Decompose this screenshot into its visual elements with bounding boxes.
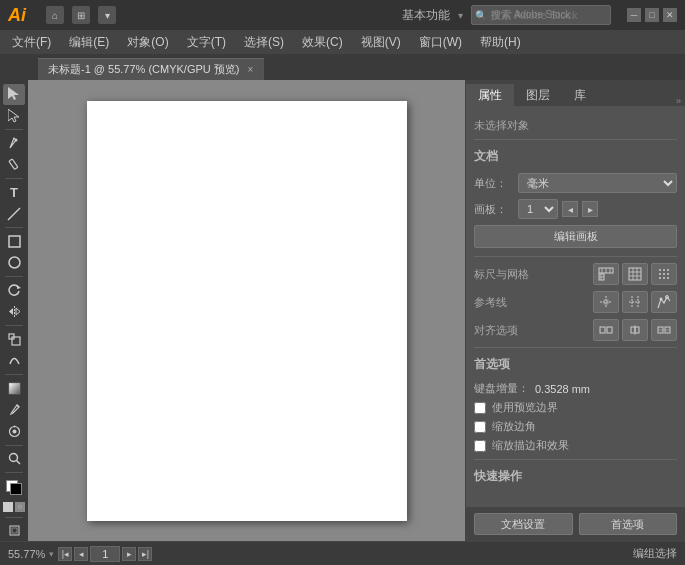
menu-edit[interactable]: 编辑(E) <box>61 32 117 53</box>
guide-btn-2[interactable] <box>622 291 648 313</box>
document-tab[interactable]: 未标题-1 @ 55.77% (CMYK/GPU 预览) × <box>38 58 264 80</box>
next-artboard-btn[interactable]: ▸ <box>582 201 598 217</box>
artboard-label: 画板： <box>474 202 514 217</box>
close-button[interactable]: ✕ <box>663 8 677 22</box>
window-buttons: ─ □ ✕ <box>627 8 677 22</box>
canvas-area[interactable] <box>28 80 465 541</box>
stroke-mode-btn[interactable]: ○ <box>15 502 25 512</box>
divider-3 <box>474 347 677 348</box>
last-page-btn[interactable]: ▸| <box>138 547 152 561</box>
menu-type[interactable]: 文字(T) <box>179 32 234 53</box>
grid-toggle-btn[interactable] <box>622 263 648 285</box>
menu-select[interactable]: 选择(S) <box>236 32 292 53</box>
type-tool[interactable]: T <box>3 182 25 203</box>
mirror-tool[interactable] <box>3 302 25 323</box>
unit-row: 单位： 毫米 像素 厘米 英寸 点 <box>474 173 677 193</box>
dropdown-icon[interactable]: ▾ <box>98 6 116 24</box>
svg-rect-21 <box>12 528 17 533</box>
panel-collapse-btn[interactable]: » <box>676 96 685 106</box>
direct-select-tool[interactable] <box>3 106 25 127</box>
search-input[interactable] <box>471 5 611 25</box>
toolbar-separator-3 <box>5 227 23 228</box>
preview-bounds-label: 使用预览边界 <box>492 400 558 415</box>
menu-help[interactable]: 帮助(H) <box>472 32 529 53</box>
next-page-btn[interactable]: ▸ <box>122 547 136 561</box>
svg-point-35 <box>663 269 665 271</box>
guide-btn-3[interactable] <box>651 291 677 313</box>
fill-mode-btn[interactable]: □ <box>3 502 13 512</box>
preferences-button[interactable]: 首选项 <box>579 513 678 535</box>
zoom-tool[interactable] <box>3 449 25 470</box>
toolbar-separator-1 <box>5 129 23 130</box>
svg-point-40 <box>659 277 661 279</box>
home-icon[interactable]: ⌂ <box>46 6 64 24</box>
toolbar-separator-4 <box>5 276 23 277</box>
toolbar-separator-7 <box>5 445 23 446</box>
toolbar-separator-8 <box>5 472 23 473</box>
prev-page-btn[interactable]: ◂ <box>74 547 88 561</box>
ruler-grid-row: 标尺与网格 <box>474 263 677 285</box>
panel-content: 未选择对象 文档 单位： 毫米 像素 厘米 英寸 点 画板： 1 <box>466 106 685 506</box>
rulers-toggle-btn[interactable] <box>593 263 619 285</box>
layout-icon[interactable]: ⊞ <box>72 6 90 24</box>
svg-rect-3 <box>9 159 18 169</box>
menu-window[interactable]: 窗口(W) <box>411 32 470 53</box>
line-tool[interactable] <box>3 204 25 225</box>
unit-select[interactable]: 毫米 像素 厘米 英寸 点 <box>518 173 677 193</box>
scale-tool[interactable] <box>3 329 25 350</box>
workspace-label: 基本功能 <box>402 7 450 24</box>
svg-point-18 <box>9 454 17 462</box>
current-page-input[interactable] <box>90 546 120 562</box>
tab-properties[interactable]: 属性 <box>466 84 514 106</box>
keyboard-increment-label: 键盘增量： <box>474 381 529 396</box>
svg-line-19 <box>16 461 20 465</box>
color-swatches[interactable] <box>3 477 25 498</box>
toolbar-separator-5 <box>5 325 23 326</box>
menu-object[interactable]: 对象(O) <box>119 32 176 53</box>
snap-btn-3[interactable] <box>651 319 677 341</box>
tab-layers[interactable]: 图层 <box>514 84 562 106</box>
zoom-dropdown-icon[interactable]: ▾ <box>49 549 54 559</box>
svg-point-34 <box>659 269 661 271</box>
scale-corners-checkbox[interactable] <box>474 421 486 433</box>
doc-settings-button[interactable]: 文档设置 <box>474 513 573 535</box>
edit-artboard-button[interactable]: 编辑画板 <box>474 225 677 248</box>
svg-point-38 <box>663 273 665 275</box>
gradient-tool[interactable] <box>3 378 25 399</box>
minimize-button[interactable]: ─ <box>627 8 641 22</box>
preview-bounds-row: 使用预览边界 <box>474 400 677 415</box>
rotate-tool[interactable] <box>3 280 25 301</box>
workspace-dropdown-icon[interactable]: ▾ <box>458 10 463 21</box>
menu-file[interactable]: 文件(F) <box>4 32 59 53</box>
tab-close-button[interactable]: × <box>247 64 253 75</box>
pen-tool[interactable] <box>3 133 25 154</box>
eyedropper-tool[interactable] <box>3 400 25 421</box>
toolbar-separator-2 <box>5 178 23 179</box>
preview-bounds-checkbox[interactable] <box>474 402 486 414</box>
prev-artboard-btn[interactable]: ◂ <box>562 201 578 217</box>
dot-grid-toggle-btn[interactable] <box>651 263 677 285</box>
snap-btn-2[interactable] <box>622 319 648 341</box>
snap-btn-1[interactable] <box>593 319 619 341</box>
warp-tool[interactable] <box>3 351 25 372</box>
ellipse-tool[interactable] <box>3 253 25 274</box>
menu-view[interactable]: 视图(V) <box>353 32 409 53</box>
group-select-label: 编组选择 <box>633 546 677 561</box>
artboard-select[interactable]: 1 <box>518 199 558 219</box>
guide-btn-1[interactable] <box>593 291 619 313</box>
ai-logo: Ai <box>8 5 38 26</box>
pencil-tool[interactable] <box>3 155 25 176</box>
maximize-button[interactable]: □ <box>645 8 659 22</box>
unit-label: 单位： <box>474 176 514 191</box>
scale-corners-row: 缩放边角 <box>474 419 677 434</box>
svg-point-2 <box>15 139 18 142</box>
svg-rect-55 <box>635 327 639 333</box>
rect-tool[interactable] <box>3 231 25 252</box>
tab-library[interactable]: 库 <box>562 84 598 106</box>
scale-stroke-checkbox[interactable] <box>474 440 486 452</box>
menu-effect[interactable]: 效果(C) <box>294 32 351 53</box>
symbol-tool[interactable] <box>3 421 25 442</box>
artboard-tool[interactable] <box>3 520 25 541</box>
select-tool[interactable] <box>3 84 25 105</box>
first-page-btn[interactable]: |◂ <box>58 547 72 561</box>
